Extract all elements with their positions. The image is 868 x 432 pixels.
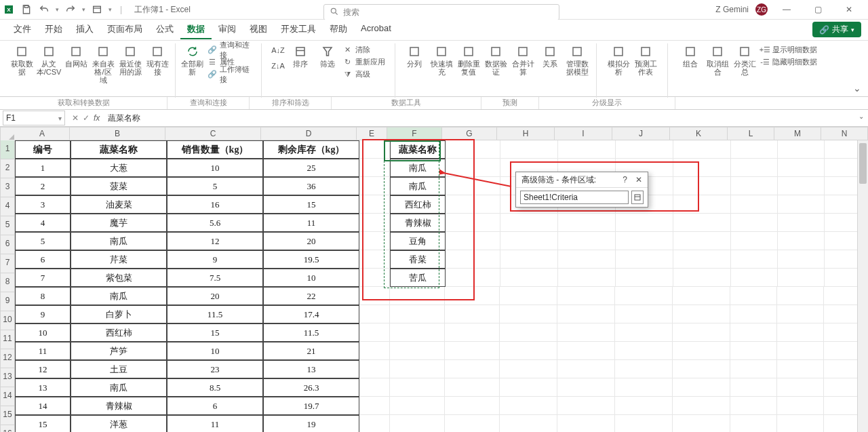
dialog-close-button[interactable]: ✕: [635, 175, 642, 184]
col-header-G[interactable]: G: [442, 127, 497, 140]
cell-E6[interactable]: [359, 232, 390, 250]
cell-H5[interactable]: [500, 214, 558, 232]
cell-H16[interactable]: [500, 415, 557, 432]
cell-J7[interactable]: [616, 250, 673, 269]
cell-M15[interactable]: [777, 397, 824, 415]
cell-J13[interactable]: [615, 360, 673, 378]
cell-A6[interactable]: 5: [15, 232, 71, 250]
cell-F8[interactable]: 苦瓜: [390, 269, 446, 287]
cell-E11[interactable]: [359, 323, 390, 342]
cell-C14[interactable]: 8.5: [167, 378, 263, 397]
cell-I15[interactable]: [557, 397, 615, 415]
cell-M7[interactable]: [778, 250, 825, 269]
cell-F11[interactable]: [390, 323, 445, 342]
col-header-M[interactable]: M: [774, 127, 821, 140]
cell-F5[interactable]: 青辣椒: [390, 214, 446, 232]
cell-J1[interactable]: [616, 140, 673, 159]
cell-E8[interactable]: [359, 269, 390, 287]
ribbon-4-0[interactable]: 模拟分析: [607, 45, 630, 76]
cell-E9[interactable]: [359, 287, 390, 305]
cell-A14[interactable]: 13: [15, 378, 71, 397]
cell-H14[interactable]: [500, 378, 557, 397]
cell-B10[interactable]: 白萝卜: [71, 305, 167, 323]
reapply-button[interactable]: ↻重新应用: [343, 57, 385, 67]
cell-A12[interactable]: 11: [15, 342, 71, 360]
cell-C10[interactable]: 11.5: [167, 305, 263, 323]
cell-M2[interactable]: [778, 159, 825, 177]
row-header-4[interactable]: 4: [0, 197, 15, 216]
cell-D11[interactable]: 11.5: [263, 323, 359, 342]
row-header-14[interactable]: 14: [0, 387, 15, 406]
menu-插入[interactable]: 插入: [69, 20, 100, 39]
col-header-N[interactable]: N: [821, 127, 868, 140]
ribbon-3-2[interactable]: 删除重复值: [457, 45, 480, 76]
cell-D8[interactable]: 10: [263, 269, 359, 287]
cell-G1[interactable]: [446, 140, 500, 159]
clear-button[interactable]: ✕清除: [343, 45, 385, 55]
cell-B7[interactable]: 芹菜: [71, 250, 167, 269]
cell-D16[interactable]: 19: [263, 415, 359, 432]
ribbon-3-0[interactable]: 分列: [403, 45, 426, 68]
cell-B9[interactable]: 南瓜: [71, 287, 167, 305]
cell-J16[interactable]: [615, 415, 673, 432]
cell-M9[interactable]: [777, 287, 824, 305]
cell-G6[interactable]: [446, 232, 500, 250]
scrollbar-thumb[interactable]: [859, 143, 867, 184]
formula-bar-toggle-icon[interactable]: ⌄: [859, 113, 864, 120]
cell-B16[interactable]: 洋葱: [71, 415, 167, 432]
cell-I1[interactable]: [558, 140, 616, 159]
cell-A2[interactable]: 1: [15, 159, 71, 177]
cell-L8[interactable]: [731, 269, 778, 287]
refresh-all-button[interactable]: 全部刷新: [181, 45, 203, 76]
cell-E15[interactable]: [359, 397, 390, 415]
formula-content[interactable]: 蔬菜名称: [104, 113, 868, 124]
cell-C6[interactable]: 12: [167, 232, 263, 250]
cell-E14[interactable]: [359, 378, 390, 397]
cell-B6[interactable]: 南瓜: [71, 232, 167, 250]
col-header-L[interactable]: L: [728, 127, 774, 140]
cell-J6[interactable]: [616, 232, 673, 250]
workbook-links-button[interactable]: 🔗工作簿链接: [208, 69, 256, 79]
cell-M12[interactable]: [777, 342, 824, 360]
filter-button[interactable]: 筛选: [316, 45, 339, 68]
redo-icon[interactable]: [64, 3, 77, 16]
select-all-corner[interactable]: [0, 127, 16, 142]
cell-G14[interactable]: [445, 378, 500, 397]
ribbon-0-3[interactable]: 来自表格/区域: [92, 45, 115, 84]
cell-M11[interactable]: [777, 323, 824, 342]
minimize-button[interactable]: —: [774, 0, 799, 19]
ribbon-5-0[interactable]: 组合: [679, 45, 702, 76]
menu-数据[interactable]: 数据: [180, 20, 212, 39]
cell-K6[interactable]: [673, 232, 731, 250]
cell-I13[interactable]: [557, 360, 615, 378]
avatar[interactable]: ZG: [755, 3, 768, 16]
ribbon-3-3[interactable]: 数据验证: [484, 45, 507, 76]
cell-K10[interactable]: [673, 305, 730, 323]
cell-L2[interactable]: [731, 159, 778, 177]
cell-F12[interactable]: [390, 342, 445, 360]
row-header-16[interactable]: 16: [0, 425, 15, 432]
menu-开发工具[interactable]: 开发工具: [274, 20, 323, 39]
cell-C8[interactable]: 7.5: [167, 269, 263, 287]
cell-K15[interactable]: [673, 397, 730, 415]
cell-I11[interactable]: [557, 323, 615, 342]
quickaccess-more-icon[interactable]: [91, 3, 103, 16]
cell-H7[interactable]: [500, 250, 558, 269]
cell-M13[interactable]: [777, 360, 824, 378]
cell-L1[interactable]: [731, 140, 778, 159]
cell-F7[interactable]: 香菜: [390, 250, 446, 269]
sort-button[interactable]: 排序: [289, 45, 312, 68]
cell-M16[interactable]: [777, 415, 824, 432]
cell-D9[interactable]: 22: [263, 287, 359, 305]
cell-E12[interactable]: [359, 342, 390, 360]
cell-K13[interactable]: [673, 360, 730, 378]
col-header-F[interactable]: F: [387, 127, 442, 140]
cell-E4[interactable]: [359, 195, 390, 214]
cell-D10[interactable]: 17.4: [263, 305, 359, 323]
cell-L6[interactable]: [731, 232, 778, 250]
row-header-11[interactable]: 11: [0, 330, 15, 349]
cell-B5[interactable]: 魔芋: [71, 214, 167, 232]
cell-I12[interactable]: [557, 342, 615, 360]
show-detail-button[interactable]: +☰显示明细数据: [760, 45, 817, 55]
cell-D12[interactable]: 21: [263, 342, 359, 360]
